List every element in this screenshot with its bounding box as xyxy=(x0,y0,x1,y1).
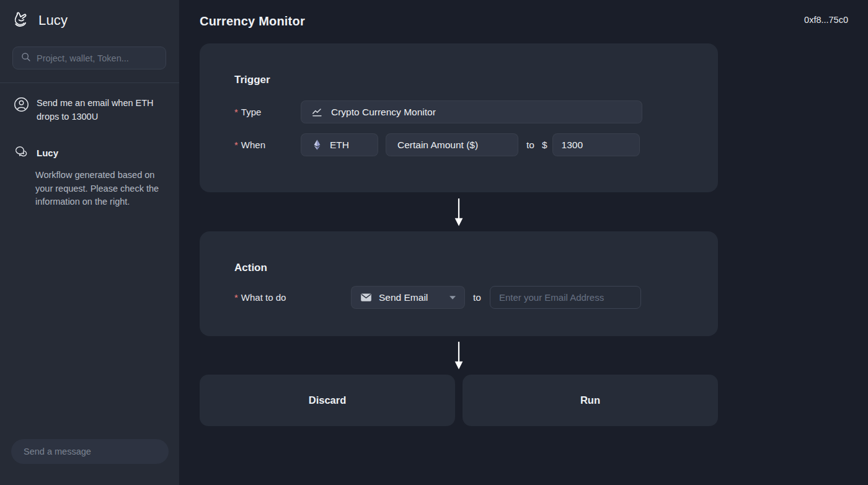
email-input[interactable] xyxy=(490,286,641,309)
when-label: * When xyxy=(234,140,301,150)
search-icon xyxy=(20,51,31,65)
type-label: * Type xyxy=(234,107,301,117)
logo: Lucy xyxy=(11,10,68,31)
search-box xyxy=(12,47,166,69)
condition-select[interactable]: Certain Amount ($) xyxy=(386,133,518,156)
what-to-do-label-text: What to do xyxy=(241,292,286,303)
required-marker: * xyxy=(234,292,238,303)
sidebar-divider xyxy=(0,82,179,83)
app-root: Lucy Send me an email when ETH drops to xyxy=(0,0,868,485)
when-label-text: When xyxy=(241,140,265,150)
asset-select[interactable]: ETH xyxy=(301,133,378,156)
action-method-dropdown[interactable]: Send Email xyxy=(351,286,465,309)
arrow-down-icon xyxy=(454,198,464,226)
trigger-when-row: * When ETH Certain Amount xyxy=(234,133,718,156)
required-marker: * xyxy=(234,140,238,150)
main-panel: Currency Monitor 0xf8...75c0 Trigger * T… xyxy=(179,0,868,485)
trigger-type-select[interactable]: Crypto Currency Monitor xyxy=(301,100,642,123)
discard-button[interactable]: Discard xyxy=(200,375,455,426)
to-text: to xyxy=(473,292,481,303)
type-label-text: Type xyxy=(241,107,262,117)
trigger-heading: Trigger xyxy=(234,73,718,87)
trigger-type-row: * Type Crypto Currency Monitor xyxy=(234,100,718,123)
trigger-type-value: Crypto Currency Monitor xyxy=(331,107,436,118)
chat-bubbles-icon xyxy=(14,144,29,162)
currency-symbol: $ xyxy=(542,140,547,151)
search-input[interactable] xyxy=(37,53,158,63)
condition-value: Certain Amount ($) xyxy=(397,140,478,151)
arrow-down-icon xyxy=(454,341,464,370)
chat-message-text: Workflow generated based on your request… xyxy=(35,169,169,209)
user-circle-icon xyxy=(14,97,29,123)
hand-gesture-icon xyxy=(11,10,32,31)
assistant-message-header: Lucy xyxy=(14,144,169,162)
wallet-address[interactable]: 0xf8...75c0 xyxy=(804,15,848,25)
ethereum-icon xyxy=(311,138,323,151)
logo-text: Lucy xyxy=(38,12,68,29)
mail-icon xyxy=(360,291,373,304)
caret-down-icon xyxy=(449,295,456,300)
asset-value: ETH xyxy=(330,140,349,151)
sidebar: Lucy Send me an email when ETH drops to xyxy=(0,0,179,485)
required-marker: * xyxy=(234,107,238,117)
chat-message-user: Send me an email when ETH drops to 1300U xyxy=(14,97,161,123)
assistant-name: Lucy xyxy=(37,148,58,158)
what-to-do-label: * What to do xyxy=(234,292,301,303)
message-composer xyxy=(11,439,169,464)
action-row: * What to do Send Email to xyxy=(234,286,718,309)
to-text: to xyxy=(526,140,534,151)
action-method-value: Send Email xyxy=(379,292,428,303)
action-card: Action * What to do Send Email xyxy=(200,231,718,336)
run-button[interactable]: Run xyxy=(463,375,718,426)
chat-message-text: Send me an email when ETH drops to 1300U xyxy=(37,97,161,123)
message-input[interactable] xyxy=(24,447,156,456)
trigger-card: Trigger * Type Crypto Currency Monitor xyxy=(200,43,718,192)
amount-input[interactable] xyxy=(552,133,640,156)
line-chart-icon xyxy=(311,106,323,118)
action-heading: Action xyxy=(234,261,718,275)
chat-message-assistant: Lucy Workflow generated based on your re… xyxy=(14,144,169,209)
page-title: Currency Monitor xyxy=(200,14,305,29)
